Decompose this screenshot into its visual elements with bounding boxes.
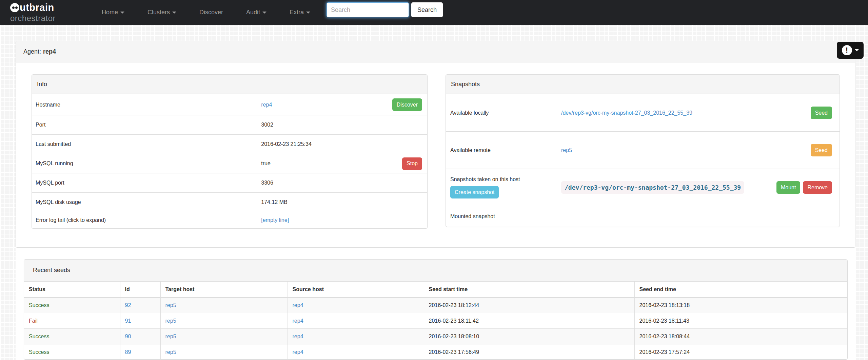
top-navbar: utbrain orchestrator Home Clusters Disco…: [0, 0, 868, 25]
info-row-mysql-disk-usage: MySQL disk usage 174.12 MB: [32, 192, 427, 212]
table-row: Success 92 rep5 rep4 2016-02-23 18:12:44…: [24, 298, 847, 313]
snapshot-label: Snapshots taken on this host: [450, 176, 520, 182]
brand-logo[interactable]: utbrain orchestrator: [10, 2, 56, 23]
table-row: Success 89 rep5 rep4 2016-02-23 17:56:49…: [24, 344, 847, 360]
chevron-down-icon: [262, 12, 267, 14]
info-value: 3306: [261, 180, 273, 186]
info-label: Hostname: [32, 102, 261, 108]
nav-item-audit[interactable]: Audit: [235, 9, 278, 16]
outbrain-logo-icon: [10, 3, 19, 12]
stop-button[interactable]: Stop: [402, 157, 422, 170]
search-input[interactable]: [327, 2, 409, 17]
info-label: MySQL running: [32, 160, 261, 167]
info-label: MySQL disk usage: [32, 199, 261, 205]
nav-item-extra[interactable]: Extra: [278, 9, 322, 16]
agent-panel: Agent: rep4 Info Hostname rep4 Discover …: [16, 41, 855, 248]
table-row: Success 90 rep5 rep4 2016-02-23 18:08:10…: [24, 329, 847, 344]
info-label: Last submitted: [32, 141, 261, 147]
target-host-link[interactable]: rep5: [165, 302, 176, 308]
chevron-down-icon: [855, 49, 859, 51]
col-header-id: Id: [120, 282, 160, 298]
source-host-link[interactable]: rep4: [293, 334, 303, 339]
remove-button[interactable]: Remove: [803, 181, 832, 194]
snapshot-row-mounted: Mounted snapshot: [446, 206, 840, 226]
chevron-down-icon: [172, 12, 176, 14]
agent-actions-dropdown-button[interactable]: !: [837, 42, 864, 59]
target-host-link[interactable]: rep5: [165, 334, 176, 339]
seed-id-link[interactable]: 91: [125, 318, 131, 324]
snapshots-panel-heading: Snapshots: [446, 75, 840, 94]
source-host-link[interactable]: rep4: [293, 302, 303, 308]
info-label: Port: [32, 122, 261, 128]
hostname-link[interactable]: rep4: [261, 102, 272, 108]
seed-remote-button[interactable]: Seed: [811, 144, 832, 156]
seed-end-time: 2016-02-23 18:13:18: [634, 298, 847, 313]
recent-seeds-table: Status Id Target host Source host Seed s…: [24, 281, 847, 360]
mount-button[interactable]: Mount: [776, 181, 800, 194]
snapshot-label: Mounted snapshot: [446, 213, 561, 220]
brand-subtitle: orchestrator: [10, 14, 56, 23]
agent-hostname: rep4: [43, 48, 56, 55]
seed-local-button[interactable]: Seed: [811, 107, 832, 119]
seed-id-link[interactable]: 89: [125, 349, 131, 355]
agent-title-prefix: Agent:: [23, 48, 41, 55]
recent-seeds-heading: Recent seeds: [24, 260, 847, 281]
local-snapshot-link[interactable]: /dev/rep3-vg/orc-my-snapshot-27_03_2016_…: [561, 110, 692, 116]
seed-id-link[interactable]: 90: [125, 334, 131, 339]
source-host-link[interactable]: rep4: [293, 349, 303, 355]
chevron-down-icon: [306, 12, 310, 14]
seed-start-time: 2016-02-23 18:12:44: [424, 298, 634, 313]
table-row: Fail 91 rep5 rep4 2016-02-23 18:11:42 20…: [24, 313, 847, 329]
col-header-status: Status: [24, 282, 120, 298]
info-row-error-log[interactable]: Error log tail (click to expand) [empty …: [32, 212, 427, 228]
snapshot-row-taken-on-host: Snapshots taken on this host Create snap…: [446, 169, 840, 206]
info-value: true: [261, 160, 271, 167]
search-button[interactable]: Search: [411, 2, 443, 17]
exclamation-icon: !: [842, 45, 852, 55]
seed-end-time: 2016-02-23 18:08:44: [634, 329, 847, 344]
info-panel: Info Hostname rep4 Discover Port 3002 La…: [32, 74, 428, 229]
info-label: Error log tail (click to expand): [32, 217, 261, 223]
recent-seeds-panel: Recent seeds Status Id Target host Sourc…: [24, 259, 848, 360]
snapshot-row-available-remote: Available remote rep5 Seed: [446, 131, 840, 169]
info-row-last-submitted: Last submitted 2016-02-23 21:25:34: [32, 134, 427, 154]
info-row-mysql-port: MySQL port 3306: [32, 173, 427, 192]
snapshot-row-available-locally: Available locally /dev/rep3-vg/orc-my-sn…: [446, 94, 840, 131]
seed-end-time: 2016-02-23 18:11:43: [634, 313, 847, 329]
seed-start-time: 2016-02-23 17:56:49: [424, 344, 634, 360]
snapshots-panel: Snapshots Available locally /dev/rep3-vg…: [446, 74, 840, 227]
target-host-link[interactable]: rep5: [165, 318, 176, 324]
remote-host-link[interactable]: rep5: [561, 147, 572, 153]
info-row-port: Port 3002: [32, 115, 427, 134]
seed-start-time: 2016-02-23 18:08:10: [424, 329, 634, 344]
snapshot-label: Available locally: [446, 110, 561, 116]
col-header-seed-start: Seed start time: [424, 282, 634, 298]
brand-wordmark: utbrain: [20, 3, 54, 12]
info-value: 2016-02-23 21:25:34: [261, 141, 312, 147]
info-row-mysql-running: MySQL running true Stop: [32, 154, 427, 173]
info-row-hostname: Hostname rep4 Discover: [32, 94, 427, 115]
info-value: 174.12 MB: [261, 199, 287, 205]
main-nav: Home Clusters Discover Audit Extra: [90, 0, 322, 25]
col-header-target-host: Target host: [160, 282, 288, 298]
nav-item-clusters[interactable]: Clusters: [136, 9, 188, 16]
chevron-down-icon: [120, 12, 124, 14]
seed-status: Fail: [24, 313, 120, 329]
nav-item-home[interactable]: Home: [90, 9, 136, 16]
seed-status: Success: [24, 344, 120, 360]
snapshot-path-code: /dev/rep3-vg/orc-my-snapshot-27_03_2016_…: [561, 181, 744, 194]
table-header-row: Status Id Target host Source host Seed s…: [24, 282, 847, 298]
source-host-link[interactable]: rep4: [293, 318, 303, 324]
seed-id-link[interactable]: 92: [125, 302, 131, 308]
seed-end-time: 2016-02-23 17:57:24: [634, 344, 847, 360]
create-snapshot-button[interactable]: Create snapshot: [450, 186, 499, 198]
col-header-seed-end: Seed end time: [634, 282, 847, 298]
error-log-link[interactable]: [empty line]: [261, 217, 289, 223]
snapshot-label-group: Snapshots taken on this host Create snap…: [446, 176, 561, 198]
target-host-link[interactable]: rep5: [165, 349, 176, 355]
discover-button[interactable]: Discover: [392, 98, 422, 111]
seed-start-time: 2016-02-23 18:11:42: [424, 313, 634, 329]
agent-panel-heading: Agent: rep4: [16, 41, 855, 62]
nav-item-discover[interactable]: Discover: [188, 9, 235, 16]
seed-status: Success: [24, 298, 120, 313]
